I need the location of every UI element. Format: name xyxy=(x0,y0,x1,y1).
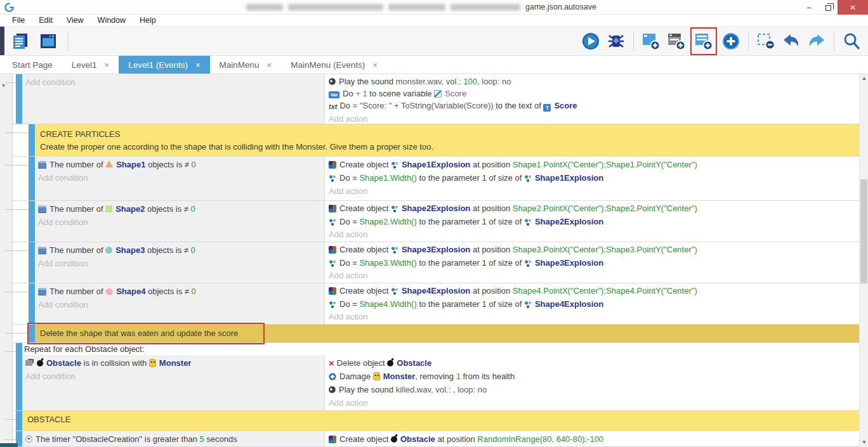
text-segment: is in collision with xyxy=(81,358,149,368)
action-line[interactable]: Create object Shape4Explosion at positio… xyxy=(329,285,857,298)
minimize-button[interactable]: – xyxy=(799,0,819,15)
event-row[interactable]: Repeat for each Obstacle object:Obstacle… xyxy=(13,343,859,411)
add-action[interactable]: Add action xyxy=(329,113,857,124)
project-manager-button[interactable] xyxy=(9,29,32,53)
actions-cell[interactable]: Create object Shape3Explosion at positio… xyxy=(324,242,859,283)
event-row[interactable]: The number of Shape4 objects is ≠ 0Add c… xyxy=(13,283,859,325)
tab-mainmenu[interactable]: MainMenu× xyxy=(210,56,282,74)
menu-window[interactable]: Window xyxy=(91,16,133,25)
menu-help[interactable]: Help xyxy=(133,16,163,25)
tab-level1[interactable]: Level1× xyxy=(62,56,119,74)
play-button[interactable] xyxy=(579,29,602,53)
comment-row[interactable]: Delete the shape that was eaten and upda… xyxy=(13,325,859,343)
tab-close-icon[interactable]: × xyxy=(372,60,378,70)
comment-text: CREATE PARTICLES xyxy=(40,128,859,141)
add-external-events-button[interactable] xyxy=(665,29,688,53)
condition-line[interactable]: The timer "ObstacleCreation" is greater … xyxy=(25,432,322,446)
menu-edit[interactable]: Edit xyxy=(32,16,60,25)
actions-cell[interactable]: ×Delete object ObstacleDamage Monster, r… xyxy=(324,355,859,410)
foreach-header[interactable]: Repeat for each Obstacle object: xyxy=(22,343,859,355)
conditions-cell[interactable]: The number of Shape2 objects is ≠ 0Add c… xyxy=(35,201,324,242)
condition-line[interactable]: The number of Shape4 objects is ≠ 0 xyxy=(38,285,322,298)
action-line[interactable]: Play the sound monster.wav, vol.: 100, l… xyxy=(329,75,857,87)
scrollbar-thumb[interactable] xyxy=(860,179,867,283)
action-line[interactable]: Do = Shape1.Width() to the parameter 1 o… xyxy=(329,171,857,185)
action-line[interactable]: Do = Shape3.Width() to the parameter 1 o… xyxy=(329,257,857,270)
text-segment: objects is ≠ xyxy=(145,160,191,169)
condition-line[interactable]: Obstacle is in collision with Monster xyxy=(25,356,322,370)
create-icon xyxy=(329,205,336,212)
tab-close-icon[interactable]: × xyxy=(267,60,272,70)
action-line[interactable]: Create object Obstacle at position Rando… xyxy=(329,432,857,446)
undo-button[interactable] xyxy=(780,29,803,53)
conditions-cell[interactable]: The number of Shape1 objects is ≠ 0Add c… xyxy=(35,157,324,200)
actions-cell[interactable]: Play the sound monster.wav, vol.: 100, l… xyxy=(324,74,859,124)
redo-button[interactable] xyxy=(805,29,828,53)
add-scene-button[interactable] xyxy=(640,29,662,53)
actions-cell[interactable]: Create object Shape1Explosion at positio… xyxy=(324,157,859,200)
scene-editor-button[interactable] xyxy=(37,29,60,53)
action-line[interactable]: VarDo + 1 to scene variable Score xyxy=(329,87,857,100)
tab-mainmenu-events-[interactable]: MainMenu (Events)× xyxy=(281,56,387,74)
debug-button[interactable] xyxy=(605,29,628,53)
tab-level1-events-[interactable]: Level1 (Events)× xyxy=(119,56,209,74)
action-line[interactable]: Do = Shape2.Width() to the parameter 1 o… xyxy=(329,216,857,229)
tab-start-page[interactable]: Start Page xyxy=(3,56,62,74)
menu-view[interactable]: View xyxy=(60,16,91,25)
tab-close-icon[interactable]: × xyxy=(105,60,110,70)
conditions-cell[interactable]: The timer "ObstacleCreation" is greater … xyxy=(22,431,324,446)
add-condition[interactable]: Add condition xyxy=(38,216,322,229)
deselect-button[interactable] xyxy=(754,29,777,53)
actions-cell[interactable]: Create object Shape4Explosion at positio… xyxy=(324,283,859,324)
condition-line[interactable]: The number of Shape3 objects is ≠ 0 xyxy=(38,243,322,257)
toolbar-separator xyxy=(834,31,834,51)
add-object-button[interactable] xyxy=(720,29,742,53)
tab-close-icon[interactable]: × xyxy=(195,60,201,70)
add-condition[interactable]: Add condition xyxy=(38,171,322,185)
event-row[interactable]: The number of Shape1 objects is ≠ 0Add c… xyxy=(13,157,859,201)
scroll-down-arrow[interactable]: ▼ xyxy=(860,438,868,447)
add-condition[interactable]: Add condition xyxy=(38,257,322,270)
conditions-cell[interactable]: The number of Shape4 objects is ≠ 0Add c… xyxy=(35,283,324,324)
comment-block[interactable]: Delete the shape that was eaten and upda… xyxy=(35,325,859,342)
actions-cell[interactable]: Create object Obstacle at position Rando… xyxy=(324,431,859,446)
action-line[interactable]: Create object Shape1Explosion at positio… xyxy=(329,158,857,171)
add-action[interactable]: Add action xyxy=(329,228,857,242)
conditions-cell[interactable]: Obstacle is in collision with MonsterAdd… xyxy=(22,355,324,410)
action-line[interactable]: Damage Monster, removing 1 from its heal… xyxy=(329,370,857,383)
action-line[interactable]: txtDo = "Score: " + ToString(Variable(Sc… xyxy=(329,100,857,113)
scroll-up-arrow[interactable]: ▲ xyxy=(860,74,868,83)
vertical-scrollbar[interactable]: ▲ ▼ xyxy=(859,74,868,447)
add-condition[interactable]: Add condition xyxy=(25,75,322,89)
conditions-cell[interactable]: Add condition xyxy=(22,74,324,124)
collapse-caret-icon[interactable]: ▾ xyxy=(2,82,5,89)
add-condition[interactable]: Add condition xyxy=(38,298,322,311)
comment-row[interactable]: CREATE PARTICLESCreate the proper one ac… xyxy=(13,124,859,157)
event-row[interactable]: The number of Shape3 objects is ≠ 0Add c… xyxy=(13,242,859,283)
event-row[interactable]: The number of Shape2 objects is ≠ 0Add c… xyxy=(13,201,859,242)
action-line[interactable]: Create object Shape2Explosion at positio… xyxy=(329,202,857,216)
add-action[interactable]: Add action xyxy=(329,396,857,410)
action-line[interactable]: Create object Shape3Explosion at positio… xyxy=(329,243,857,257)
actions-cell[interactable]: Create object Shape2Explosion at positio… xyxy=(324,201,859,242)
condition-line[interactable]: The number of Shape1 objects is ≠ 0 xyxy=(38,158,322,171)
add-events-function-button[interactable] xyxy=(692,29,715,53)
action-line[interactable]: ×Delete object Obstacle xyxy=(329,356,857,370)
comment-block[interactable]: CREATE PARTICLESCreate the proper one ac… xyxy=(35,124,859,156)
comment-row[interactable]: OBSTACLE xyxy=(13,411,859,431)
action-line[interactable]: Do = Shape4.Width() to the parameter 1 o… xyxy=(329,298,857,311)
conditions-cell[interactable]: The number of Shape3 objects is ≠ 0Add c… xyxy=(35,242,324,283)
add-action[interactable]: Add action xyxy=(329,269,857,283)
menu-file[interactable]: File xyxy=(5,16,32,25)
event-row[interactable]: Add conditionPlay the sound monster.wav,… xyxy=(13,74,859,124)
restore-button[interactable] xyxy=(819,0,838,15)
add-action[interactable]: Add action xyxy=(329,311,857,324)
condition-line[interactable]: The number of Shape2 objects is ≠ 0 xyxy=(38,202,322,216)
add-condition[interactable]: Add condition xyxy=(25,370,322,383)
comment-block[interactable]: OBSTACLE xyxy=(22,411,859,431)
event-row[interactable]: The timer "ObstacleCreation" is greater … xyxy=(13,431,859,447)
close-button[interactable]: ✕ xyxy=(838,0,868,15)
add-action[interactable]: Add action xyxy=(329,185,857,198)
search-button[interactable] xyxy=(840,29,863,53)
action-line[interactable]: Play the sound killed.wav, vol.: , loop:… xyxy=(329,383,857,396)
